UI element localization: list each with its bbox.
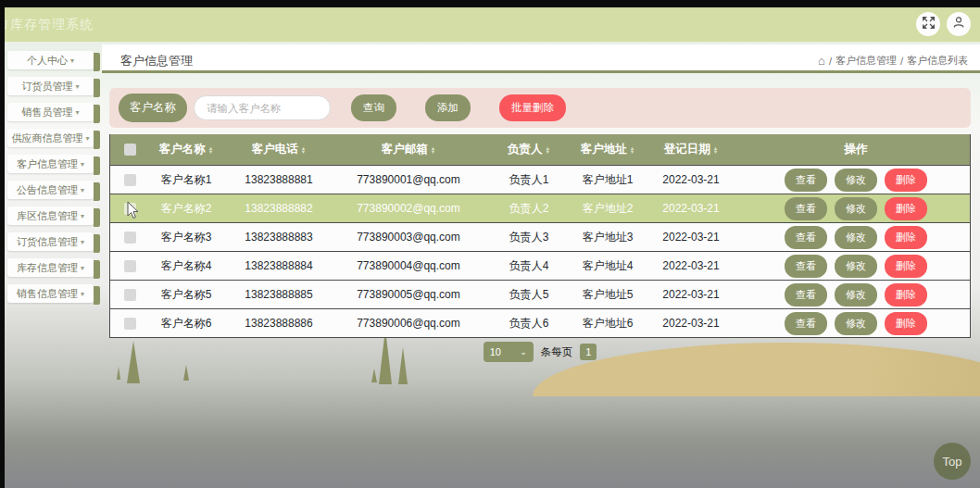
- tree-decoration: [183, 365, 189, 381]
- sort-icon[interactable]: ▲▼: [713, 146, 718, 154]
- cell-phone: 13823888886: [223, 317, 334, 330]
- table-row[interactable]: 客户名称313823888883773890003@qq.com负责人3客户地址…: [110, 222, 970, 251]
- breadcrumb-separator: /: [900, 56, 903, 67]
- delete-button[interactable]: 删除: [885, 169, 927, 192]
- view-button[interactable]: 查看: [785, 255, 827, 278]
- breadcrumb-item-1[interactable]: 客户信息管理: [836, 54, 897, 68]
- customer-name-input[interactable]: [194, 95, 331, 120]
- cell-email: 773890003@qq.com: [334, 231, 483, 244]
- delete-button[interactable]: 删除: [885, 255, 927, 278]
- page-title-bar: 客户信息管理 ⌂ / 客户信息管理 / 客户信息列表: [102, 44, 980, 73]
- customer-table: 客户名称▲▼客户电话▲▼客户邮箱▲▼负责人▲▼客户地址▲▼登记日期▲▼操作 客户…: [109, 134, 971, 338]
- sidebar-item-1[interactable]: 个人中心▾: [7, 51, 94, 69]
- sort-icon[interactable]: ▲▼: [431, 146, 435, 154]
- breadcrumb: ⌂ / 客户信息管理 / 客户信息列表: [818, 54, 968, 68]
- page-size-select[interactable]: 10 ⌄: [484, 342, 534, 362]
- column-header[interactable]: 客户名称▲▼: [149, 142, 223, 157]
- sort-icon[interactable]: ▲▼: [208, 146, 213, 154]
- table-row[interactable]: 客户名称613823888886773890006@qq.com负责人6客户地址…: [110, 308, 970, 337]
- sidebar-item-3[interactable]: 销售员管理▾: [7, 103, 94, 121]
- column-header-label: 客户电话: [252, 142, 298, 157]
- fullscreen-icon: [923, 16, 935, 32]
- search-button[interactable]: 查询: [351, 94, 396, 121]
- delete-button[interactable]: 删除: [885, 312, 927, 335]
- column-header-label: 客户名称: [159, 142, 206, 157]
- cell-phone: 13823888883: [223, 231, 334, 244]
- column-header[interactable]: 登记日期▲▼: [640, 142, 742, 157]
- column-header[interactable]: 客户地址▲▼: [575, 142, 640, 157]
- view-button[interactable]: 查看: [785, 283, 827, 307]
- back-to-top-button[interactable]: Top: [934, 443, 971, 480]
- sidebar-item-4[interactable]: 供应商信息管理▾: [7, 129, 94, 147]
- row-checkbox[interactable]: [124, 174, 136, 186]
- table-row[interactable]: 客户名称413823888884773890004@qq.com负责人4客户地址…: [110, 251, 970, 280]
- column-header[interactable]: 客户电话▲▼: [223, 142, 334, 157]
- chevron-down-icon: ▾: [81, 290, 84, 298]
- page-number-button[interactable]: 1: [580, 344, 597, 360]
- view-button[interactable]: 查看: [785, 312, 827, 335]
- fullscreen-button[interactable]: [916, 12, 940, 36]
- edit-button[interactable]: 修改: [835, 226, 877, 249]
- sidebar-item-2[interactable]: 订货员管理▾: [7, 77, 94, 95]
- batch-delete-button[interactable]: 批量删除: [499, 94, 566, 121]
- sort-icon[interactable]: ▲▼: [301, 146, 306, 154]
- row-checkbox[interactable]: [124, 203, 136, 215]
- table-row[interactable]: 客户名称113823888881773890001@qq.com负责人1客户地址…: [110, 165, 970, 194]
- select-all-checkbox[interactable]: [124, 144, 136, 156]
- search-toolbar: 客户名称 查询 添加 批量删除: [109, 88, 971, 128]
- breadcrumb-item-2[interactable]: 客户信息列表: [907, 54, 968, 68]
- cell-email: 773890005@qq.com: [334, 288, 483, 301]
- cell-phone: 13823888881: [223, 173, 334, 186]
- sort-icon[interactable]: ▲▼: [546, 146, 550, 154]
- view-button[interactable]: 查看: [785, 197, 827, 220]
- table-row[interactable]: 客户名称213823888882773890002@qq.com负责人2客户地址…: [110, 194, 970, 222]
- sidebar-item-label: 订货员管理: [21, 80, 72, 94]
- table-body: 客户名称113823888881773890001@qq.com负责人1客户地址…: [110, 165, 970, 337]
- edit-button[interactable]: 修改: [835, 283, 877, 307]
- column-header-label: 客户地址: [581, 142, 627, 157]
- delete-button[interactable]: 删除: [885, 283, 927, 307]
- chevron-down-icon: ▾: [75, 108, 79, 117]
- user-profile-button[interactable]: [947, 12, 971, 36]
- row-checkbox[interactable]: [124, 231, 136, 244]
- cell-date: 2022-03-21: [640, 202, 742, 215]
- view-button[interactable]: 查看: [785, 226, 827, 249]
- edit-button[interactable]: 修改: [835, 312, 877, 335]
- row-checkbox[interactable]: [124, 289, 136, 301]
- home-icon[interactable]: ⌂: [818, 56, 825, 66]
- view-button[interactable]: 查看: [785, 169, 827, 192]
- cell-date: 2022-03-21: [640, 288, 742, 301]
- column-header[interactable]: 客户邮箱▲▼: [334, 142, 483, 157]
- cell-name: 客户名称4: [149, 258, 223, 274]
- sidebar-item-label: 库存信息管理: [17, 261, 78, 275]
- per-page-label: 条每页: [541, 345, 573, 359]
- edit-button[interactable]: 修改: [835, 197, 877, 220]
- add-button[interactable]: 添加: [425, 94, 471, 121]
- cell-person: 负责人5: [483, 287, 575, 303]
- sidebar-item-5[interactable]: 客户信息管理▾: [7, 155, 94, 173]
- cell-phone: 13823888885: [223, 288, 334, 301]
- sidebar-item-10[interactable]: 销售信息管理▾: [7, 284, 94, 303]
- edit-button[interactable]: 修改: [835, 169, 877, 192]
- cell-address: 客户地址3: [575, 230, 640, 245]
- table-row[interactable]: 客户名称513823888885773890005@qq.com负责人5客户地址…: [110, 280, 970, 308]
- delete-button[interactable]: 删除: [885, 226, 927, 249]
- row-checkbox[interactable]: [124, 318, 136, 330]
- user-icon: [952, 16, 965, 32]
- cell-phone: 13823888884: [223, 259, 334, 272]
- sidebar-item-7[interactable]: 库区信息管理▾: [7, 206, 94, 225]
- sidebar-item-6[interactable]: 公告信息管理▾: [7, 181, 94, 199]
- delete-button[interactable]: 删除: [885, 197, 927, 220]
- chevron-down-icon: ▾: [85, 134, 89, 143]
- breadcrumb-separator: /: [829, 56, 832, 67]
- sidebar-item-8[interactable]: 订货信息管理▾: [7, 232, 94, 251]
- column-header-label: 操作: [845, 142, 868, 157]
- sort-icon[interactable]: ▲▼: [630, 146, 634, 154]
- cell-date: 2022-03-21: [640, 259, 742, 272]
- edit-button[interactable]: 修改: [835, 255, 877, 278]
- row-checkbox[interactable]: [124, 260, 136, 272]
- column-header[interactable]: 负责人▲▼: [483, 142, 575, 157]
- sidebar-item-label: 销售信息管理: [17, 287, 78, 301]
- chevron-down-icon: ⌄: [520, 347, 527, 357]
- sidebar-item-9[interactable]: 库存信息管理▾: [7, 258, 94, 277]
